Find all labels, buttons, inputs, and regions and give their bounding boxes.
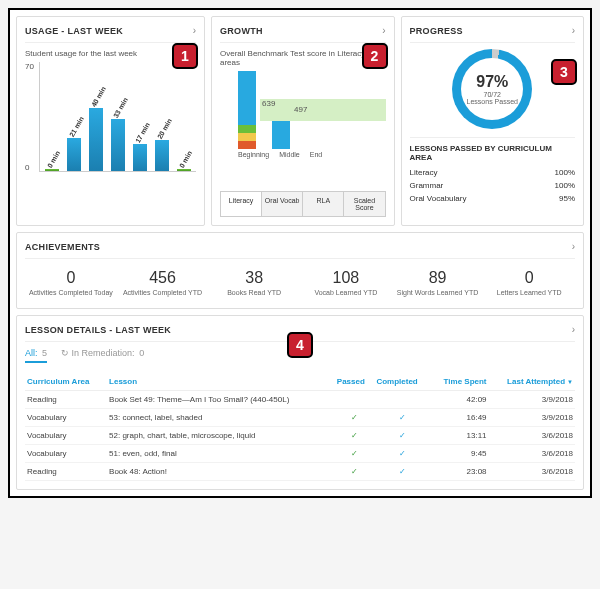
- ach-value: 456: [119, 269, 207, 287]
- progress-area-val: 100%: [555, 181, 575, 190]
- cell-date: 3/6/2018: [489, 427, 575, 445]
- ach-label: Books Read YTD: [210, 289, 298, 296]
- col-label: Last Attempted: [507, 377, 565, 386]
- growth-score-mid: 497: [294, 105, 307, 114]
- bar-label: 0 min: [46, 150, 61, 169]
- cell-time: 23:08: [430, 463, 488, 481]
- bar-label: 33 min: [112, 96, 129, 119]
- ach-item: 38Books Read YTD: [208, 265, 300, 300]
- lesson-details-card[interactable]: 4 LESSON DETAILS - LAST WEEK › All: 5 ↻ …: [16, 315, 584, 490]
- table-row[interactable]: Vocabulary53: connect, label, shaded✓✓16…: [25, 409, 575, 427]
- callout-badge-4: 4: [287, 332, 313, 358]
- progress-header: PROGRESS ›: [410, 25, 576, 43]
- achievements-list: 0Activities Completed Today 456Activitie…: [25, 265, 575, 300]
- cell-area: Reading: [25, 463, 107, 481]
- history-icon: ↻: [61, 348, 69, 358]
- ach-label: Vocab Learned YTD: [302, 289, 390, 296]
- table-row[interactable]: Vocabulary51: even, odd, final✓✓9:453/6/…: [25, 445, 575, 463]
- filter-all[interactable]: All: 5: [25, 348, 47, 363]
- callout-badge-1: 1: [172, 43, 198, 69]
- achievements-card[interactable]: ACHIEVEMENTS › 0Activities Completed Tod…: [16, 232, 584, 309]
- usage-bar: [155, 140, 169, 171]
- cell-date: 3/9/2018: [489, 391, 575, 409]
- ach-value: 89: [394, 269, 482, 287]
- col-lesson[interactable]: Lesson: [107, 373, 335, 391]
- growth-x-end: End: [310, 151, 322, 158]
- ach-label: Activities Completed Today: [27, 289, 115, 296]
- check-icon: ✓: [335, 445, 375, 463]
- check-icon: ✓: [374, 409, 430, 427]
- chevron-right-icon[interactable]: ›: [572, 241, 575, 252]
- usage-subtitle: Student usage for the last week: [25, 49, 196, 58]
- ach-value: 0: [27, 269, 115, 287]
- progress-percent: 97%: [476, 73, 508, 91]
- cell-area: Reading: [25, 391, 107, 409]
- cell-completed: [374, 391, 430, 409]
- progress-row: Oral Vocabulary95%: [410, 192, 576, 205]
- progress-row: Literacy100%: [410, 166, 576, 179]
- table-row[interactable]: ReadingBook 48: Action!✓✓23:083/6/2018: [25, 463, 575, 481]
- progress-title: PROGRESS: [410, 26, 463, 36]
- col-last-attempted[interactable]: Last Attempted▼: [489, 373, 575, 391]
- filter-count: 5: [42, 348, 47, 358]
- ach-item: 456Activities Completed YTD: [117, 265, 209, 300]
- progress-card[interactable]: 3 PROGRESS › 97% 70/72 Lessons Passed LE…: [401, 16, 585, 226]
- tab-oral-vocab[interactable]: Oral Vocab: [262, 192, 303, 216]
- progress-area-val: 95%: [559, 194, 575, 203]
- col-time[interactable]: Time Spent: [430, 373, 488, 391]
- table-row[interactable]: Vocabulary52: graph, chart, table, micro…: [25, 427, 575, 445]
- growth-card[interactable]: 2 GROWTH › Overall Benchmark Test score …: [211, 16, 395, 226]
- progress-row: Grammar100%: [410, 179, 576, 192]
- growth-header: GROWTH ›: [220, 25, 386, 43]
- filter-count: 0: [139, 348, 144, 358]
- usage-bar: [133, 144, 147, 171]
- col-curriculum[interactable]: Curriculum Area: [25, 373, 107, 391]
- growth-bar-beginning: [238, 71, 256, 149]
- achievements-header: ACHIEVEMENTS ›: [25, 241, 575, 259]
- ach-value: 38: [210, 269, 298, 287]
- progress-area-name: Literacy: [410, 168, 438, 177]
- chevron-right-icon[interactable]: ›: [572, 25, 575, 36]
- top-row: 1 USAGE - LAST WEEK › Student usage for …: [16, 16, 584, 226]
- tab-literacy[interactable]: Literacy: [221, 192, 262, 216]
- usage-bar: [67, 138, 81, 171]
- ach-label: Sight Words Learned YTD: [394, 289, 482, 296]
- chevron-right-icon[interactable]: ›: [572, 324, 575, 335]
- filter-remediation[interactable]: ↻ In Remediation: 0: [61, 348, 144, 363]
- check-icon: ✓: [335, 463, 375, 481]
- usage-bar: [177, 169, 191, 171]
- cell-passed: [335, 391, 375, 409]
- growth-chart: 639 497 Beginning Middle End: [220, 71, 386, 179]
- cell-time: 16:49: [430, 409, 488, 427]
- cell-lesson: 52: graph, chart, table, microscope, liq…: [107, 427, 335, 445]
- callout-badge-3: 3: [551, 59, 577, 85]
- cell-area: Vocabulary: [25, 427, 107, 445]
- bar-label: 21 min: [68, 115, 85, 138]
- chevron-right-icon[interactable]: ›: [193, 25, 196, 36]
- usage-bar: [45, 169, 59, 171]
- growth-x-beg: Beginning: [238, 151, 269, 158]
- cell-date: 3/6/2018: [489, 445, 575, 463]
- cell-lesson: 53: connect, label, shaded: [107, 409, 335, 427]
- tab-rla[interactable]: RLA: [303, 192, 344, 216]
- col-passed[interactable]: Passed: [335, 373, 375, 391]
- ach-item: 108Vocab Learned YTD: [300, 265, 392, 300]
- table-row[interactable]: ReadingBook Set 49: Theme—Am I Too Small…: [25, 391, 575, 409]
- check-icon: ✓: [374, 427, 430, 445]
- ach-item: 0Letters Learned YTD: [483, 265, 575, 300]
- col-completed[interactable]: Completed: [374, 373, 430, 391]
- progress-subhead: LESSONS PASSED BY CURRICULUM AREA: [410, 137, 576, 162]
- usage-bars: 0 min 21 min 40 min 33 min 17 min 20 min…: [39, 62, 196, 172]
- bar-label: 17 min: [134, 121, 151, 144]
- callout-badge-2: 2: [362, 43, 388, 69]
- y-tick-min: 0: [25, 163, 29, 172]
- ach-value: 108: [302, 269, 390, 287]
- progress-area-name: Grammar: [410, 181, 444, 190]
- y-tick-max: 70: [25, 62, 34, 71]
- cell-time: 13:11: [430, 427, 488, 445]
- cell-time: 9:45: [430, 445, 488, 463]
- check-icon: ✓: [335, 409, 375, 427]
- tab-scaled-score[interactable]: Scaled Score: [344, 192, 384, 216]
- usage-card[interactable]: 1 USAGE - LAST WEEK › Student usage for …: [16, 16, 205, 226]
- chevron-right-icon[interactable]: ›: [382, 25, 385, 36]
